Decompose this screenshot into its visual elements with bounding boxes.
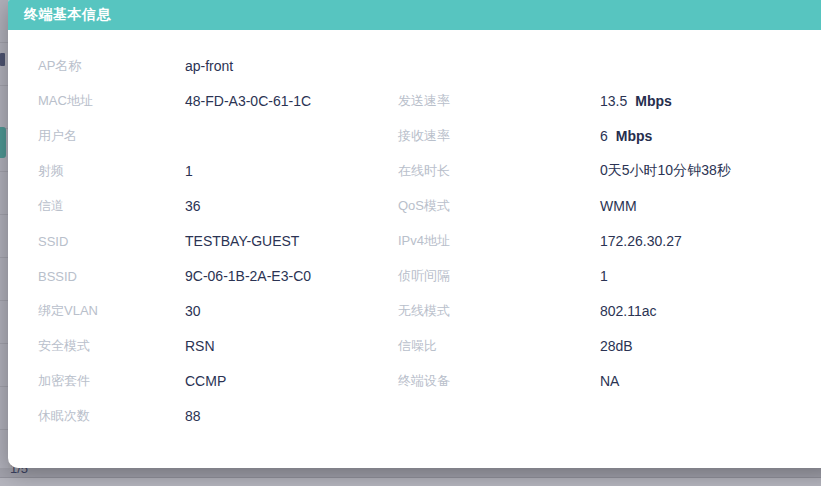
field-value: 172.26.30.27 <box>600 233 682 249</box>
modal-header: 终端基本信息 <box>8 0 821 30</box>
background-teal-button-fragment <box>0 127 6 158</box>
field-value: 13.5 <box>600 93 627 109</box>
background-text-fragment <box>0 53 5 66</box>
field-label: 休眠次数 <box>38 407 90 425</box>
field-label: BSSID <box>38 268 77 283</box>
field-value: 1 <box>600 268 608 284</box>
background-band-dark <box>0 468 821 477</box>
info-row: AP名称 ap-front <box>8 48 821 83</box>
field-label: AP名称 <box>38 57 81 75</box>
field-label: 射频 <box>38 162 64 180</box>
field-value: ap-front <box>185 58 233 74</box>
field-label: 发送速率 <box>398 92 450 110</box>
field-label: SSID <box>38 233 68 248</box>
field-value: 1 <box>185 163 193 179</box>
field-value-group: 6Mbps <box>600 127 652 145</box>
field-value: 28dB <box>600 338 633 354</box>
unit-label: Mbps <box>635 93 672 109</box>
field-value: 802.11ac <box>600 303 657 319</box>
terminal-info-modal: 终端基本信息 AP名称 ap-front MAC地址 48-FD-A3-0C-6… <box>8 0 821 468</box>
field-label: 安全模式 <box>38 337 90 355</box>
field-label: 信道 <box>38 197 64 215</box>
field-value: RSN <box>185 338 215 354</box>
field-label: 侦听间隔 <box>398 267 450 285</box>
info-row: 加密套件 CCMP 终端设备 NA <box>8 363 821 398</box>
field-label: 在线时长 <box>398 162 450 180</box>
info-row: 用户名 接收速率 6Mbps <box>8 118 821 153</box>
field-label: 加密套件 <box>38 372 90 390</box>
field-label: MAC地址 <box>38 92 93 110</box>
info-row: 绑定VLAN 30 无线模式 802.11ac <box>8 293 821 328</box>
field-label: 接收速率 <box>398 127 450 145</box>
field-value: 30 <box>185 303 201 319</box>
field-label: IPv4地址 <box>398 232 450 250</box>
field-value: 48-FD-A3-0C-61-1C <box>185 93 311 109</box>
field-value: 0天5小时10分钟38秒 <box>600 162 731 180</box>
field-label: 用户名 <box>38 127 77 145</box>
field-value: CCMP <box>185 373 226 389</box>
field-value: TESTBAY-GUEST <box>185 233 299 249</box>
field-value: 36 <box>185 198 201 214</box>
field-label: 终端设备 <box>398 372 450 390</box>
modal-title: 终端基本信息 <box>24 6 111 24</box>
background-table-edge <box>0 0 8 486</box>
modal-body: AP名称 ap-front MAC地址 48-FD-A3-0C-61-1C 发送… <box>8 30 821 433</box>
field-value: 6 <box>600 128 608 144</box>
unit-label: Mbps <box>616 128 653 144</box>
field-value-group: 13.5Mbps <box>600 92 672 110</box>
info-row: 信道 36 QoS模式 WMM <box>8 188 821 223</box>
field-value: NA <box>600 373 619 389</box>
info-row: BSSID 9C-06-1B-2A-E3-C0 侦听间隔 1 <box>8 258 821 293</box>
field-label: 无线模式 <box>398 302 450 320</box>
field-value: 9C-06-1B-2A-E3-C0 <box>185 268 311 284</box>
info-row: 安全模式 RSN 信噪比 28dB <box>8 328 821 363</box>
field-value: 88 <box>185 408 201 424</box>
info-row: 射频 1 在线时长 0天5小时10分钟38秒 <box>8 153 821 188</box>
field-label: 信噪比 <box>398 337 437 355</box>
field-value: WMM <box>600 198 637 214</box>
background-band-light <box>0 477 821 486</box>
info-row: MAC地址 48-FD-A3-0C-61-1C 发送速率 13.5Mbps <box>8 83 821 118</box>
info-row: SSID TESTBAY-GUEST IPv4地址 172.26.30.27 <box>8 223 821 258</box>
info-row: 休眠次数 88 <box>8 398 821 433</box>
field-label: QoS模式 <box>398 197 450 215</box>
field-label: 绑定VLAN <box>38 302 98 320</box>
